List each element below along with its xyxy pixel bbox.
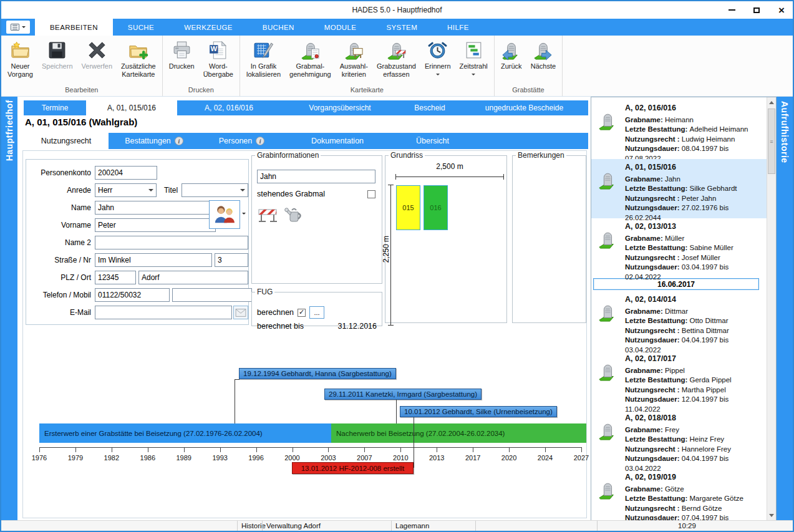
axis-tick-label: 1986 <box>134 454 162 462</box>
history-field-grabname: Grabname: Heimann <box>625 115 764 125</box>
scrollbar[interactable]: ≡ <box>767 97 776 521</box>
grave-plot-016[interactable]: 016 <box>424 185 448 230</box>
menu-tab-module[interactable]: MODULE <box>309 19 372 36</box>
stehendes-grabmal-label: stehendes Grabmal <box>257 190 325 198</box>
ribbon-button-word-übergabe[interactable]: WWord-Übergabe <box>199 37 238 80</box>
sub-tab-label: Personen <box>219 137 253 145</box>
ribbon-button-neuer-vorgang[interactable]: NeuerVorgang <box>3 37 37 80</box>
history-entry[interactable]: A, 02, 018/018Grabname: FreyLetzte Besta… <box>591 410 768 469</box>
doc-tab-bescheid[interactable]: Bescheid <box>399 100 460 115</box>
right-panel-tab-aufrufhistorie[interactable]: Aufrufhistorie <box>777 97 793 521</box>
timeline-event[interactable]: 10.01.2012 Gebhardt, Silke (Urnenbeisetz… <box>400 406 557 417</box>
history-entry[interactable]: A, 02, 014/014Grabname: DittmarLetzte Be… <box>591 291 768 351</box>
minimize-icon[interactable] <box>727 5 737 15</box>
axis-tick-label: 2017 <box>459 454 487 462</box>
name-input[interactable] <box>95 201 216 215</box>
axis-tick <box>400 447 401 452</box>
ribbon-button-verwerfen[interactable]: Verwerfen <box>77 37 117 72</box>
plz-input[interactable] <box>95 271 136 284</box>
ribbon-button-zurück[interactable]: Zurück <box>496 37 526 72</box>
bemerkungen-legend: Bemerkungen <box>516 151 566 160</box>
ribbon-button-nächste[interactable]: Nächste <box>526 37 560 72</box>
scrollbar-thumb[interactable]: ≡ <box>768 109 775 174</box>
chevron-down-icon[interactable] <box>242 213 246 216</box>
menu-tab-system[interactable]: SYSTEM <box>371 19 432 36</box>
history-entry[interactable]: A, 02, 017/017Grabname: PippelLetzte Bes… <box>591 351 768 410</box>
sub-tab-personen[interactable]: Personeni <box>200 133 284 149</box>
doc-tab-a-02-016-016[interactable]: A, 02, 016/016 <box>177 100 281 115</box>
menu-tab-suche[interactable]: SUCHE <box>113 19 169 36</box>
ribbon-button-grabmal-genehmigung[interactable]: Grabmal-genehmigung <box>285 37 336 80</box>
ribbon-group-drucken: DruckenWWord-ÜbergabeDrucken <box>163 36 240 96</box>
maximize-icon[interactable] <box>752 5 762 15</box>
ribbon-button-grabzustand-erfassen[interactable]: Grabzustanderfassen <box>372 37 420 80</box>
doc-tab-a-01-015-016[interactable]: A, 01, 015/016 <box>86 100 177 115</box>
ribbon-button-label: Zeitstrahl <box>460 62 488 70</box>
left-panel-tab-hauptfriedhof[interactable]: Hauptfriedhof <box>1 97 17 521</box>
sub-tab-übersicht[interactable]: Übersicht <box>391 133 474 149</box>
menu-tab-hilfe[interactable]: HILFE <box>432 19 484 36</box>
history-entry[interactable]: A, 01, 015/016Grabname: JahnLetzte Besta… <box>591 159 768 218</box>
app-menu-button[interactable] <box>6 21 30 34</box>
menu-tab-buchen[interactable]: BUCHEN <box>248 19 309 36</box>
fug-more-button[interactable]: ... <box>309 306 324 319</box>
history-field-grabname: Grabname: Müller <box>625 234 764 244</box>
sub-tab-bestattungen[interactable]: Bestattungeni <box>109 133 200 149</box>
strasse-input[interactable] <box>95 253 212 267</box>
doc-tab-termine[interactable]: Termine <box>24 100 86 115</box>
timeline-marker[interactable]: 13.01.2012 HF-2012-008 erstellt <box>292 462 414 474</box>
history-field-bestattung: Letzte Bestattung: Silke Gebhardt <box>625 184 764 194</box>
close-icon[interactable]: × <box>777 5 787 15</box>
email-input[interactable] <box>95 306 232 319</box>
telefon-input[interactable] <box>95 288 170 302</box>
scroll-up-icon[interactable] <box>767 97 776 107</box>
grave-plot-015[interactable]: 015 <box>396 185 420 230</box>
stehendes-grabmal-checkbox[interactable] <box>367 190 375 198</box>
personenkonto-input[interactable] <box>95 166 157 180</box>
mobil-input[interactable] <box>172 288 252 302</box>
ribbon-button-auswahl-kriterien[interactable]: Auswahl-kriterien <box>336 37 372 80</box>
person-picker-button[interactable] <box>209 200 240 229</box>
timeline-bar[interactable]: Ersterwerb einer Grabstätte bei Beisetzu… <box>39 423 331 443</box>
fug-legend: FUG <box>255 288 274 296</box>
history-entry[interactable]: A, 02, 013/013Grabname: MüllerLetzte Bes… <box>591 218 768 278</box>
titel-select[interactable] <box>182 183 248 197</box>
barrier-icon[interactable] <box>257 205 278 223</box>
menu-tab-bearbeiten[interactable]: BEARBEITEN <box>35 19 113 36</box>
ribbon-button-in-grafik-lokalisieren[interactable]: In Grafiklokalisieren <box>242 37 285 80</box>
history-entry[interactable]: A, 02, 019/019Grabname: GötzeLetzte Best… <box>591 469 768 521</box>
ribbon-button-zeitstrahl[interactable]: Zeitstrahl <box>455 37 492 79</box>
list-icon <box>11 24 19 31</box>
anrede-select[interactable]: Herr <box>95 183 157 197</box>
history-field-bestattung: Letzte Bestattung: Margarete Götze <box>625 494 764 504</box>
hausnummer-input[interactable] <box>215 253 248 267</box>
scroll-down-icon[interactable] <box>767 511 776 521</box>
watering-can-icon[interactable] <box>283 205 304 223</box>
sub-tab-nutzungsrecht[interactable]: Nutzungsrecht <box>24 133 109 149</box>
ribbon-button-speichern[interactable]: Speichern <box>37 37 77 72</box>
doc-tab-vorgangsübersicht[interactable]: Vorgangsübersicht <box>281 100 399 115</box>
menu-tab-werkzeuge[interactable]: WERKZEUGE <box>169 19 248 36</box>
ribbon-group-label: Drucken <box>165 85 238 96</box>
ribbon-button-label: Zurück <box>501 62 522 70</box>
send-email-button[interactable] <box>233 306 248 319</box>
axis-tick <box>437 447 437 452</box>
timeline-bar[interactable]: Nacherwerb bei Beisetzung (27.02.2004-26… <box>331 423 586 443</box>
grabname-input[interactable] <box>257 170 375 183</box>
ribbon-button-zusätzliche-karteikarte[interactable]: ZusätzlicheKarteikarte <box>117 37 160 80</box>
timeline-event[interactable]: 29.11.2011 Kanetzki, Irmgard (Sargbestat… <box>324 389 482 400</box>
history-field-grabname: Grabname: Dittmar <box>625 307 764 317</box>
name2-input[interactable] <box>95 236 248 249</box>
ort-input[interactable] <box>138 271 248 284</box>
timeline-event[interactable]: 19.12.1994 Gebhardt, Hanna (Sargbestattu… <box>239 368 396 379</box>
app-window: HADES 5.0 - Hauptfriedhof × BEARBEITENSU… <box>0 0 794 532</box>
history-entry[interactable]: A, 02, 016/016Grabname: HeimannLetzte Be… <box>591 100 768 159</box>
axis-tick <box>328 447 329 452</box>
ribbon-button-erinnern[interactable]: Erinnern <box>420 37 455 79</box>
sub-tab-dokumentation[interactable]: Dokumentation <box>284 133 391 149</box>
vorname-input[interactable] <box>95 218 216 232</box>
ribbon-button-drucken[interactable]: Drucken <box>165 37 199 72</box>
document-tabs: TermineA, 01, 015/016A, 02, 016/016Vorga… <box>24 100 588 115</box>
fug-berechnen-checkbox[interactable] <box>298 309 306 317</box>
doc-tab-ungedruckte-bescheide[interactable]: ungedruckte Bescheide <box>460 100 588 115</box>
